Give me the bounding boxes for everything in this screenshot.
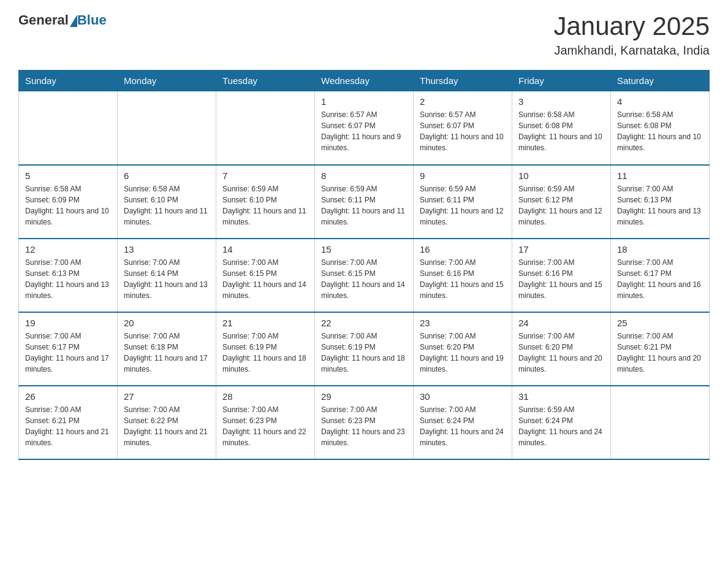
day-info: Sunrise: 7:00 AM Sunset: 6:24 PM Dayligh… — [420, 404, 506, 448]
page-title: January 2025 — [553, 12, 710, 40]
calendar-day-cell: 12Sunrise: 7:00 AM Sunset: 6:13 PM Dayli… — [19, 239, 118, 312]
day-number: 27 — [124, 391, 210, 402]
calendar-day-cell: 24Sunrise: 7:00 AM Sunset: 6:20 PM Dayli… — [512, 312, 611, 386]
day-number: 3 — [518, 96, 604, 107]
calendar-day-cell: 2Sunrise: 6:57 AM Sunset: 6:07 PM Daylig… — [414, 91, 512, 165]
calendar-day-cell: 26Sunrise: 7:00 AM Sunset: 6:21 PM Dayli… — [19, 386, 118, 459]
calendar-day-cell — [118, 91, 216, 165]
day-number: 15 — [321, 244, 407, 255]
day-info: Sunrise: 7:00 AM Sunset: 6:20 PM Dayligh… — [518, 331, 604, 375]
day-number: 5 — [25, 170, 111, 181]
day-info: Sunrise: 7:00 AM Sunset: 6:23 PM Dayligh… — [222, 404, 308, 448]
page-header: General Blue January 2025 Jamkhandi, Kar… — [18, 12, 710, 58]
day-number: 10 — [518, 170, 604, 181]
day-number: 16 — [420, 244, 506, 255]
weekday-header: Sunday — [19, 71, 118, 91]
calendar-week-row: 12Sunrise: 7:00 AM Sunset: 6:13 PM Dayli… — [19, 239, 710, 312]
logo-triangle-icon — [70, 15, 77, 27]
logo: General Blue — [18, 12, 107, 28]
calendar-day-cell: 27Sunrise: 7:00 AM Sunset: 6:22 PM Dayli… — [118, 386, 216, 459]
day-number: 19 — [25, 318, 111, 328]
calendar-day-cell: 15Sunrise: 7:00 AM Sunset: 6:15 PM Dayli… — [315, 239, 414, 312]
day-info: Sunrise: 7:00 AM Sunset: 6:16 PM Dayligh… — [420, 257, 506, 301]
calendar-day-cell: 7Sunrise: 6:59 AM Sunset: 6:10 PM Daylig… — [216, 165, 315, 239]
page-subtitle: Jamkhandi, Karnataka, India — [553, 44, 710, 58]
day-info: Sunrise: 6:58 AM Sunset: 6:10 PM Dayligh… — [124, 183, 210, 228]
weekday-header: Monday — [118, 71, 216, 91]
calendar-day-cell: 30Sunrise: 7:00 AM Sunset: 6:24 PM Dayli… — [414, 386, 512, 459]
day-info: Sunrise: 7:00 AM Sunset: 6:13 PM Dayligh… — [25, 257, 111, 301]
calendar-week-row: 1Sunrise: 6:57 AM Sunset: 6:07 PM Daylig… — [19, 91, 710, 165]
day-number: 8 — [321, 170, 407, 181]
calendar-day-cell: 29Sunrise: 7:00 AM Sunset: 6:23 PM Dayli… — [315, 386, 414, 459]
day-info: Sunrise: 6:59 AM Sunset: 6:11 PM Dayligh… — [420, 183, 506, 228]
calendar-day-cell: 21Sunrise: 7:00 AM Sunset: 6:19 PM Dayli… — [216, 312, 315, 386]
calendar-week-row: 5Sunrise: 6:58 AM Sunset: 6:09 PM Daylig… — [19, 165, 710, 239]
logo-general-text: General — [18, 12, 69, 28]
day-info: Sunrise: 7:00 AM Sunset: 6:23 PM Dayligh… — [321, 404, 407, 448]
calendar-day-cell: 22Sunrise: 7:00 AM Sunset: 6:19 PM Dayli… — [315, 312, 414, 386]
calendar-day-cell: 8Sunrise: 6:59 AM Sunset: 6:11 PM Daylig… — [315, 165, 414, 239]
day-info: Sunrise: 6:58 AM Sunset: 6:09 PM Dayligh… — [25, 183, 111, 228]
calendar-day-cell: 5Sunrise: 6:58 AM Sunset: 6:09 PM Daylig… — [19, 165, 118, 239]
day-number: 28 — [222, 391, 308, 402]
day-number: 31 — [518, 391, 604, 402]
day-number: 22 — [321, 318, 407, 328]
calendar-day-cell: 16Sunrise: 7:00 AM Sunset: 6:16 PM Dayli… — [414, 239, 512, 312]
day-info: Sunrise: 7:00 AM Sunset: 6:19 PM Dayligh… — [222, 331, 308, 375]
weekday-header: Thursday — [414, 71, 512, 91]
calendar-day-cell: 18Sunrise: 7:00 AM Sunset: 6:17 PM Dayli… — [611, 239, 710, 312]
calendar-day-cell: 14Sunrise: 7:00 AM Sunset: 6:15 PM Dayli… — [216, 239, 315, 312]
day-info: Sunrise: 7:00 AM Sunset: 6:14 PM Dayligh… — [124, 257, 210, 301]
calendar-day-cell: 10Sunrise: 6:59 AM Sunset: 6:12 PM Dayli… — [512, 165, 611, 239]
day-info: Sunrise: 7:00 AM Sunset: 6:17 PM Dayligh… — [617, 257, 703, 301]
day-number: 18 — [617, 244, 703, 255]
day-number: 14 — [222, 244, 308, 255]
day-number: 23 — [420, 318, 506, 328]
weekday-header: Saturday — [611, 71, 710, 91]
day-info: Sunrise: 7:00 AM Sunset: 6:13 PM Dayligh… — [617, 183, 703, 228]
weekday-header: Friday — [512, 71, 611, 91]
calendar-day-cell: 1Sunrise: 6:57 AM Sunset: 6:07 PM Daylig… — [315, 91, 414, 165]
day-number: 12 — [25, 244, 111, 255]
day-info: Sunrise: 7:00 AM Sunset: 6:21 PM Dayligh… — [617, 331, 703, 375]
calendar-day-cell: 9Sunrise: 6:59 AM Sunset: 6:11 PM Daylig… — [414, 165, 512, 239]
calendar-day-cell: 31Sunrise: 6:59 AM Sunset: 6:24 PM Dayli… — [512, 386, 611, 459]
day-info: Sunrise: 7:00 AM Sunset: 6:15 PM Dayligh… — [222, 257, 308, 301]
day-info: Sunrise: 7:00 AM Sunset: 6:18 PM Dayligh… — [124, 331, 210, 375]
day-number: 4 — [617, 96, 703, 107]
day-info: Sunrise: 6:58 AM Sunset: 6:08 PM Dayligh… — [617, 109, 703, 153]
calendar-day-cell: 6Sunrise: 6:58 AM Sunset: 6:10 PM Daylig… — [118, 165, 216, 239]
calendar-day-cell: 23Sunrise: 7:00 AM Sunset: 6:20 PM Dayli… — [414, 312, 512, 386]
calendar-week-row: 19Sunrise: 7:00 AM Sunset: 6:17 PM Dayli… — [19, 312, 710, 386]
calendar-day-cell — [611, 386, 710, 459]
calendar-day-cell: 17Sunrise: 7:00 AM Sunset: 6:16 PM Dayli… — [512, 239, 611, 312]
day-number: 9 — [420, 170, 506, 181]
day-info: Sunrise: 6:59 AM Sunset: 6:12 PM Dayligh… — [518, 183, 604, 228]
calendar-header-row: SundayMondayTuesdayWednesdayThursdayFrid… — [19, 71, 710, 91]
day-number: 24 — [518, 318, 604, 328]
calendar-week-row: 26Sunrise: 7:00 AM Sunset: 6:21 PM Dayli… — [19, 386, 710, 459]
day-info: Sunrise: 6:57 AM Sunset: 6:07 PM Dayligh… — [321, 109, 407, 153]
weekday-header: Wednesday — [315, 71, 414, 91]
calendar-day-cell: 20Sunrise: 7:00 AM Sunset: 6:18 PM Dayli… — [118, 312, 216, 386]
day-number: 21 — [222, 318, 308, 328]
day-info: Sunrise: 7:00 AM Sunset: 6:15 PM Dayligh… — [321, 257, 407, 301]
title-block: January 2025 Jamkhandi, Karnataka, India — [553, 12, 710, 58]
day-number: 11 — [617, 170, 703, 181]
day-info: Sunrise: 7:00 AM Sunset: 6:19 PM Dayligh… — [321, 331, 407, 375]
calendar-day-cell — [216, 91, 315, 165]
day-info: Sunrise: 7:00 AM Sunset: 6:20 PM Dayligh… — [420, 331, 506, 375]
day-number: 25 — [617, 318, 703, 328]
day-number: 13 — [124, 244, 210, 255]
calendar-day-cell: 25Sunrise: 7:00 AM Sunset: 6:21 PM Dayli… — [611, 312, 710, 386]
day-info: Sunrise: 6:59 AM Sunset: 6:11 PM Dayligh… — [321, 183, 407, 228]
day-number: 26 — [25, 391, 111, 402]
day-info: Sunrise: 7:00 AM Sunset: 6:17 PM Dayligh… — [25, 331, 111, 375]
weekday-header: Tuesday — [216, 71, 315, 91]
day-number: 17 — [518, 244, 604, 255]
day-info: Sunrise: 6:57 AM Sunset: 6:07 PM Dayligh… — [420, 109, 506, 153]
calendar-day-cell: 3Sunrise: 6:58 AM Sunset: 6:08 PM Daylig… — [512, 91, 611, 165]
day-info: Sunrise: 7:00 AM Sunset: 6:22 PM Dayligh… — [124, 404, 210, 448]
day-info: Sunrise: 6:58 AM Sunset: 6:08 PM Dayligh… — [518, 109, 604, 153]
